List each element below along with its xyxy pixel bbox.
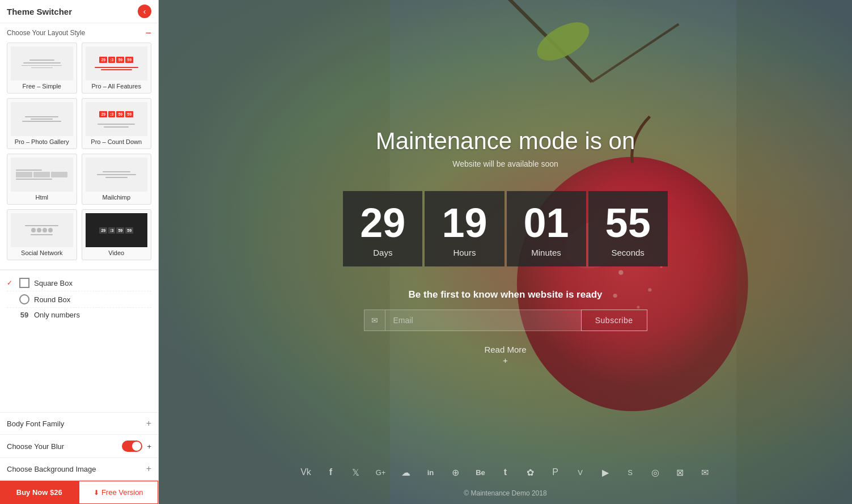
plus-expand-icon: +: [503, 355, 508, 365]
social-icons-row: Vk f 𝕏 G+ ☁ in ⊕ Be t ✿ P V ▶ S ◎ ⊠ ✉: [159, 463, 852, 481]
sidebar: Theme Switcher ‹ Choose Your Layout Styl…: [0, 0, 159, 504]
social-pinterest[interactable]: P: [546, 463, 565, 481]
theme-preview-video: 29 :3 59 59: [86, 213, 148, 247]
theme-preview-mailchimp: [86, 158, 148, 192]
hours-value: 19: [442, 202, 487, 243]
social-soundcloud[interactable]: ☁: [397, 463, 415, 481]
theme-card-pro-photo[interactable]: Pro – Photo Gallery: [7, 98, 77, 149]
settings-body-font[interactable]: Body Font Family +: [0, 413, 158, 435]
box-option-round-label: Round Box: [34, 295, 70, 304]
copyright: © Maintenance Demo 2018: [159, 489, 852, 497]
social-gplus[interactable]: G+: [372, 463, 390, 481]
theme-card-social[interactable]: Social Network: [7, 209, 77, 260]
box-options-section: ✓ Square Box ✓ Round Box ✓ 59 Only numbe…: [0, 270, 158, 327]
social-youtube[interactable]: ▶: [596, 463, 614, 481]
social-tumblr[interactable]: t: [497, 463, 515, 481]
check-empty-icon: ✓: [7, 295, 15, 303]
free-version-button[interactable]: ⬇ Free Version: [79, 481, 159, 504]
theme-preview-social: [11, 213, 73, 247]
social-behance[interactable]: Be: [472, 463, 490, 481]
box-option-numbers-label: Only numbers: [34, 311, 80, 319]
social-twitter[interactable]: 𝕏: [347, 463, 365, 481]
minutes-label: Minutes: [531, 248, 561, 257]
main-area: Maintenance mode is on Website will be a…: [159, 0, 852, 504]
countdown: 29 Days 19 Hours 01 Minutes 55 Seconds: [343, 191, 667, 266]
subscribe-form: ✉ Subscribe: [364, 310, 647, 331]
social-dribbble[interactable]: ⊕: [447, 463, 465, 481]
theme-label-html: Html: [35, 194, 48, 201]
social-skype[interactable]: S: [621, 463, 639, 481]
social-vk[interactable]: Vk: [297, 463, 315, 481]
theme-card-video[interactable]: 29 :3 59 59 Video: [82, 209, 152, 260]
days-value: 29: [360, 202, 405, 243]
theme-preview-html: [11, 158, 73, 192]
social-vimeo[interactable]: V: [571, 463, 590, 481]
box-option-square[interactable]: ✓ Square Box: [7, 275, 151, 291]
theme-label-pro-all: Pro – All Features: [92, 83, 141, 90]
minutes-value: 01: [524, 202, 569, 243]
read-more[interactable]: Read More +: [484, 345, 526, 365]
countdown-seconds: 55 Seconds: [588, 191, 668, 266]
theme-preview-pro-all: 29 :3 59 59: [86, 46, 148, 81]
theme-card-html[interactable]: Html: [7, 154, 77, 205]
countdown-hours: 19 Hours: [425, 191, 504, 266]
theme-label-pro-cd: Pro – Count Down: [91, 138, 142, 145]
main-title: Maintenance mode is on: [376, 128, 635, 155]
social-linkedin[interactable]: in: [422, 463, 440, 481]
main-content: Maintenance mode is on Website will be a…: [159, 0, 852, 504]
num-preview-icon: 59: [19, 311, 29, 319]
seconds-label: Seconds: [611, 248, 644, 257]
theme-card-pro-cd[interactable]: 29 :3 59 59 Pro – Count Down: [82, 98, 152, 149]
body-font-label: Body Font Family: [7, 420, 64, 428]
blur-toggle[interactable]: [122, 441, 142, 452]
settings-blur: Choose Your Blur +: [0, 435, 158, 458]
theme-card-free-simple[interactable]: Free – Simple: [7, 43, 77, 94]
main-subtitle: Website will be available soon: [452, 159, 558, 168]
theme-label-social: Social Network: [21, 249, 62, 256]
background-label: Choose Background Image: [7, 465, 96, 473]
sidebar-close-button[interactable]: ‹: [138, 5, 151, 18]
sidebar-header: Theme Switcher ‹: [0, 0, 158, 23]
theme-grid: Free – Simple 29 :3 59 59 Pro – Al: [7, 43, 151, 260]
theme-preview-free-simple: [11, 46, 73, 81]
theme-label-mailchimp: Mailchimp: [102, 194, 130, 201]
theme-card-pro-all[interactable]: 29 :3 59 59 Pro – All Features: [82, 43, 152, 94]
buy-now-button[interactable]: Buy Now $26: [0, 481, 79, 504]
settings-background[interactable]: Choose Background Image +: [0, 458, 158, 480]
square-preview-icon: [19, 278, 29, 288]
box-option-numbers[interactable]: ✓ 59 Only numbers: [7, 308, 151, 322]
social-facebook[interactable]: f: [322, 463, 340, 481]
hours-label: Hours: [453, 248, 476, 257]
check-icon: ✓: [7, 279, 15, 287]
theme-label-pro-photo: Pro – Photo Gallery: [15, 138, 69, 145]
round-preview-icon: [19, 294, 29, 304]
theme-card-mailchimp[interactable]: Mailchimp: [82, 154, 152, 205]
blur-label: Choose Your Blur: [7, 442, 64, 451]
layout-section: Choose Your Layout Style − Free – Simple: [0, 23, 158, 270]
free-version-label: Free Version: [101, 488, 143, 497]
collapse-icon[interactable]: −: [145, 28, 151, 38]
read-more-label: Read More: [484, 345, 526, 354]
envelope-icon: ✉: [371, 316, 378, 325]
theme-preview-pro-photo: [11, 102, 73, 136]
check-empty2-icon: ✓: [7, 311, 15, 319]
theme-label-free-simple: Free – Simple: [23, 83, 61, 90]
social-flickr[interactable]: ✿: [522, 463, 540, 481]
social-email[interactable]: ✉: [696, 463, 714, 481]
plus-icon-font: +: [146, 418, 151, 429]
theme-preview-pro-cd: 29 :3 59 59: [86, 102, 148, 136]
download-icon: ⬇: [94, 489, 99, 497]
subscribe-title: Be the first to know when website is rea…: [409, 289, 603, 300]
box-option-square-label: Square Box: [34, 279, 73, 287]
settings-section: Body Font Family + Choose Your Blur + Ch…: [0, 412, 158, 480]
email-input[interactable]: [385, 310, 581, 331]
plus-icon-bg: +: [146, 464, 151, 474]
email-icon-wrap: ✉: [364, 310, 385, 331]
seconds-value: 55: [605, 202, 651, 243]
social-foursquare[interactable]: ⊠: [671, 463, 689, 481]
box-option-round[interactable]: ✓ Round Box: [7, 291, 151, 308]
social-instagram[interactable]: ◎: [646, 463, 664, 481]
subscribe-button[interactable]: Subscribe: [581, 310, 647, 331]
days-label: Days: [373, 248, 392, 257]
layout-section-title: Choose Your Layout Style −: [7, 28, 151, 38]
